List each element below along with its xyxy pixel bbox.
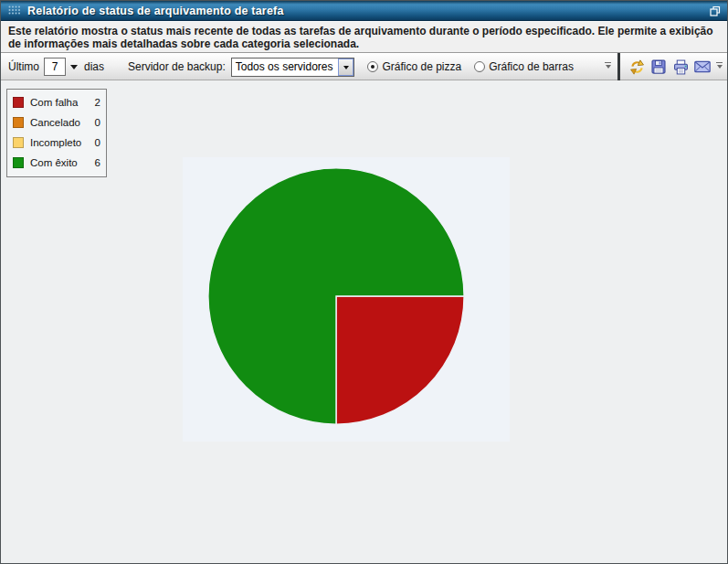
server-select-value: Todos os servidores bbox=[232, 59, 339, 76]
toolbar: Último 7 dias Servidor de backup: Todos … bbox=[1, 53, 727, 80]
legend-value: 2 bbox=[95, 97, 100, 108]
legend-value: 6 bbox=[95, 157, 100, 168]
report-window: Relatório de status de arquivamento de t… bbox=[0, 0, 728, 564]
radio-circle-icon bbox=[474, 61, 485, 72]
legend-value: 0 bbox=[95, 137, 100, 148]
legend-swatch-icon bbox=[13, 97, 24, 108]
legend-item[interactable]: Com falha 2 bbox=[13, 92, 100, 112]
legend-label: Com falha bbox=[30, 97, 95, 108]
titlebar: Relatório de status de arquivamento de t… bbox=[1, 1, 727, 21]
legend-swatch-icon bbox=[13, 137, 24, 148]
pie-chart[interactable] bbox=[206, 166, 466, 426]
radio-pie-label: Gráfico de pizza bbox=[382, 60, 461, 73]
period-unit-label: dias bbox=[84, 60, 104, 73]
chevron-down-icon[interactable] bbox=[338, 59, 353, 76]
legend-label: Cancelado bbox=[30, 117, 95, 128]
actions-overflow-icon[interactable] bbox=[713, 62, 725, 71]
legend-swatch-icon bbox=[13, 157, 24, 168]
description-text: Este relatório mostra o status mais rece… bbox=[8, 25, 720, 50]
period-dropdown-arrow-icon[interactable] bbox=[70, 65, 78, 73]
radio-circle-icon bbox=[367, 61, 378, 72]
chart-legend: Com falha 2 Cancelado 0 Incompleto 0 Com… bbox=[6, 89, 107, 177]
pie-slice[interactable] bbox=[336, 296, 464, 424]
toolbar-controls: Último 7 dias Servidor de backup: Todos … bbox=[1, 53, 617, 80]
legend-label: Incompleto bbox=[30, 137, 95, 148]
report-content: Com falha 2 Cancelado 0 Incompleto 0 Com… bbox=[1, 80, 727, 563]
toolbar-overflow-icon[interactable] bbox=[602, 62, 614, 71]
server-label: Servidor de backup: bbox=[128, 60, 226, 73]
legend-label: Com êxito bbox=[30, 157, 95, 168]
print-icon[interactable] bbox=[671, 58, 690, 76]
period-label: Último bbox=[8, 60, 39, 73]
toolbar-actions bbox=[620, 53, 727, 80]
radio-bar-label: Gráfico de barras bbox=[489, 60, 574, 73]
legend-value: 0 bbox=[95, 117, 100, 128]
refresh-icon[interactable] bbox=[628, 58, 646, 76]
page-title: Relatório de status de arquivamento de t… bbox=[27, 5, 284, 17]
chart-panel bbox=[183, 157, 510, 442]
radio-bar-chart[interactable]: Gráfico de barras bbox=[474, 60, 574, 73]
legend-item[interactable]: Cancelado 0 bbox=[13, 112, 100, 133]
save-icon[interactable] bbox=[649, 58, 668, 76]
email-icon[interactable] bbox=[693, 58, 712, 76]
grip-icon bbox=[8, 5, 20, 16]
radio-pie-chart[interactable]: Gráfico de pizza bbox=[367, 60, 461, 73]
legend-item[interactable]: Com êxito 6 bbox=[13, 153, 100, 173]
server-select[interactable]: Todos os servidores bbox=[231, 58, 355, 77]
legend-item[interactable]: Incompleto 0 bbox=[13, 133, 100, 153]
description-bar: Este relatório mostra o status mais rece… bbox=[1, 21, 727, 53]
period-input[interactable]: 7 bbox=[44, 58, 66, 76]
legend-swatch-icon bbox=[13, 117, 24, 128]
popout-icon[interactable] bbox=[710, 5, 721, 16]
